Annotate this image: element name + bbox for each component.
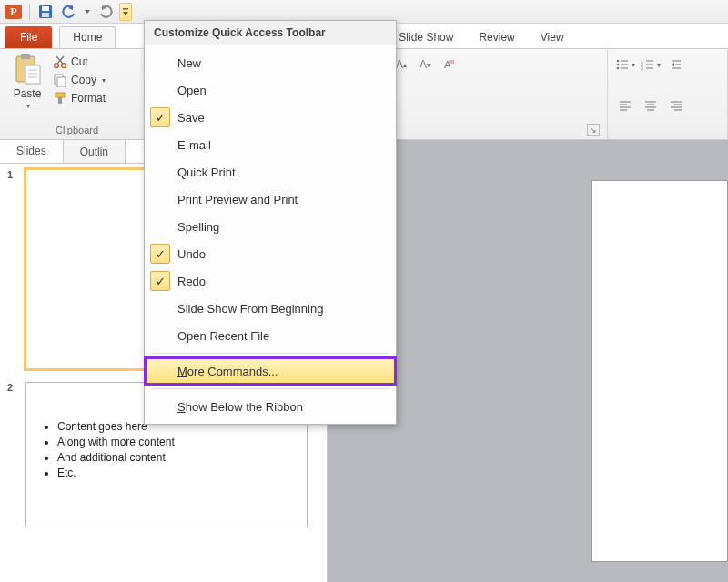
paste-label: Paste — [14, 87, 42, 100]
svg-point-13 — [62, 64, 66, 68]
check-icon — [150, 189, 170, 209]
ribbon-group-paragraph: ▾ 123▾ — [608, 49, 728, 139]
list-item: And additional content — [57, 451, 292, 464]
menu-item-label: Spelling — [177, 220, 219, 234]
thumbnail-number: 2 — [7, 382, 20, 527]
svg-point-12 — [55, 64, 59, 68]
qat-menu-item-print-preview-and-print[interactable]: Print Preview and Print — [145, 186, 396, 213]
bullets-button[interactable]: ▾ — [615, 55, 635, 75]
check-icon — [150, 361, 170, 381]
align-left-button[interactable] — [615, 95, 635, 115]
nav-tab-outline[interactable]: Outlin — [64, 140, 126, 163]
menu-item-label: Quick Print — [177, 166, 236, 179]
paragraph-group-label — [615, 134, 720, 137]
qat-menu-more-commands[interactable]: More Commands... — [145, 357, 396, 385]
cut-label: Cut — [71, 55, 88, 68]
check-icon: ✓ — [150, 107, 170, 127]
shrink-font-button[interactable]: A▾ — [415, 55, 435, 75]
svg-rect-8 — [25, 65, 40, 84]
decrease-indent-button[interactable] — [666, 55, 686, 75]
check-icon — [150, 396, 170, 416]
clear-formatting-button[interactable]: A — [439, 55, 459, 75]
svg-rect-19 — [58, 97, 62, 104]
powerpoint-app-icon: P — [4, 3, 24, 21]
menu-item-label: Print Preview and Print — [177, 193, 298, 206]
paste-dropdown-icon[interactable]: ▾ — [26, 102, 30, 110]
menu-item-label: Open — [177, 84, 207, 97]
check-icon — [150, 135, 170, 155]
paste-button[interactable]: Paste ▾ — [7, 53, 47, 110]
cut-button[interactable]: Cut — [53, 55, 106, 69]
menu-item-label: Show Below the Ribbon — [177, 400, 303, 414]
svg-text:P: P — [10, 5, 16, 18]
menu-item-label: Undo — [177, 247, 206, 261]
svg-point-27 — [617, 67, 620, 70]
svg-rect-7 — [21, 54, 30, 59]
qat-menu-item-spelling[interactable]: Spelling — [145, 213, 396, 240]
menu-item-label: Redo — [177, 275, 206, 288]
undo-dropdown-icon[interactable] — [83, 3, 92, 21]
check-icon: ✓ — [150, 271, 170, 291]
svg-rect-21 — [449, 60, 454, 64]
check-icon — [150, 216, 170, 236]
qat-menu-item-open-recent-file[interactable]: Open Recent File — [145, 322, 396, 349]
file-tab[interactable]: File — [5, 26, 52, 48]
tab-view[interactable]: View — [528, 26, 577, 48]
qat-menu-item-quick-print[interactable]: Quick Print — [145, 158, 396, 186]
format-painter-label: Format — [71, 92, 106, 105]
check-icon — [150, 326, 170, 346]
svg-point-25 — [617, 64, 620, 66]
svg-rect-5 — [123, 8, 128, 10]
menu-item-label: Save — [177, 111, 205, 125]
qat-menu-item-open[interactable]: Open — [145, 76, 396, 104]
qat-menu-show-below-ribbon[interactable]: Show Below the Ribbon — [145, 393, 396, 420]
align-right-button[interactable] — [666, 95, 686, 115]
copy-button[interactable]: Copy▾ — [53, 73, 106, 87]
font-dialog-launcher[interactable]: ↘ — [587, 124, 600, 136]
svg-rect-4 — [42, 13, 49, 17]
svg-line-15 — [56, 56, 63, 64]
qat-menu-item-e-mail[interactable]: E-mail — [145, 131, 396, 158]
customize-qat-menu: Customize Quick Access Toolbar NewOpen✓S… — [144, 20, 397, 425]
check-icon — [150, 80, 170, 100]
tab-home[interactable]: Home — [59, 26, 116, 48]
qat-menu-title: Customize Quick Access Toolbar — [145, 21, 396, 45]
slide-canvas[interactable] — [592, 180, 728, 562]
slide2-bullets: Content goes here Along with more conten… — [41, 420, 292, 479]
tab-review[interactable]: Review — [466, 26, 527, 48]
list-item: Etc. — [57, 467, 292, 479]
qat-menu-item-new[interactable]: New — [145, 49, 396, 76]
numbering-button[interactable]: 123▾ — [641, 55, 661, 75]
clipboard-group-label: Clipboard — [7, 123, 147, 137]
format-painter-button[interactable]: Format — [53, 91, 106, 105]
qat-menu-item-redo[interactable]: ✓Redo — [145, 267, 396, 295]
redo-icon[interactable] — [96, 3, 116, 21]
tab-slide-show[interactable]: Slide Show — [386, 26, 466, 48]
svg-line-14 — [57, 56, 64, 64]
svg-rect-3 — [42, 6, 49, 11]
menu-separator — [152, 388, 389, 389]
undo-icon[interactable] — [59, 3, 79, 21]
align-center-button[interactable] — [641, 95, 661, 115]
ribbon-group-clipboard: Paste ▾ Cut Copy▾ Format Clipboard — [0, 49, 155, 139]
svg-rect-18 — [56, 93, 65, 97]
menu-item-label: E-mail — [177, 138, 211, 152]
menu-item-label: New — [177, 56, 201, 70]
menu-item-label: More Commands... — [177, 365, 278, 378]
qat-separator — [29, 4, 30, 20]
check-icon — [150, 53, 170, 73]
svg-point-23 — [617, 60, 620, 63]
menu-item-label: Slide Show From Beginning — [177, 302, 323, 316]
customize-qat-button[interactable] — [119, 3, 132, 21]
qat-menu-item-undo[interactable]: ✓Undo — [145, 240, 396, 267]
check-icon — [150, 162, 170, 182]
menu-item-label: Open Recent File — [177, 329, 269, 343]
qat-menu-item-slide-show-from-beginning[interactable]: Slide Show From Beginning — [145, 295, 396, 322]
save-icon[interactable] — [35, 3, 56, 21]
nav-tab-slides[interactable]: Slides — [0, 140, 64, 163]
check-icon: ✓ — [150, 244, 170, 264]
svg-rect-17 — [57, 77, 66, 87]
qat-menu-item-save[interactable]: ✓Save — [145, 104, 396, 131]
svg-text:3: 3 — [641, 65, 643, 71]
check-icon — [150, 298, 170, 318]
